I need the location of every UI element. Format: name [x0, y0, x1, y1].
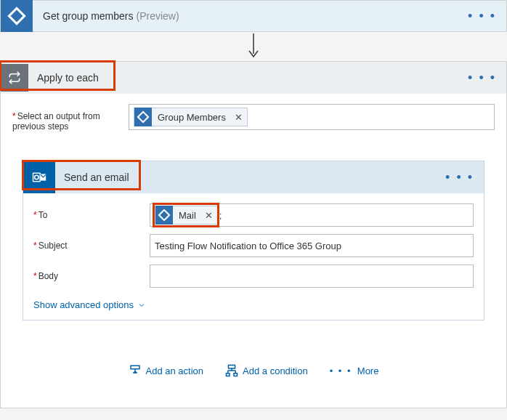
action-card-send-email: Send an email • • • *To Mail ✕: [23, 161, 484, 320]
add-condition-button[interactable]: Add a condition: [225, 364, 308, 377]
to-row: *To Mail ✕ ;: [33, 203, 474, 227]
outlook-icon: [23, 161, 55, 193]
body-row: *Body: [33, 264, 474, 288]
apply-menu-ellipsis[interactable]: • • •: [468, 70, 496, 86]
send-email-title: Send an email: [55, 171, 129, 183]
apply-to-each-container: Apply to each • • • *Select an output fr…: [0, 61, 507, 408]
token-remove-icon[interactable]: ✕: [200, 210, 217, 221]
show-advanced-options-link[interactable]: Show advanced options: [33, 299, 146, 310]
action-title: Get group members: [33, 10, 134, 22]
more-button[interactable]: • • • More: [330, 364, 379, 377]
svg-rect-5: [131, 366, 139, 369]
azure-ad-icon: [134, 108, 152, 126]
apply-to-each-header[interactable]: Apply to each • • •: [1, 62, 506, 94]
to-label: *To: [33, 210, 150, 220]
token-label: Group Members: [152, 112, 230, 123]
add-action-button[interactable]: Add an action: [129, 364, 204, 377]
footer-actions: Add an action Add a condition • • • More: [12, 320, 495, 386]
select-output-row: *Select an output from previous steps Gr…: [12, 104, 495, 132]
action-preview-badge: (Preview): [137, 10, 179, 22]
svg-rect-13: [227, 373, 230, 376]
subject-label: *Subject: [33, 241, 150, 251]
apply-to-each-body: *Select an output from previous steps Gr…: [1, 94, 506, 408]
send-email-header[interactable]: Send an email • • •: [23, 161, 484, 193]
token-remove-icon[interactable]: ✕: [230, 112, 247, 123]
action-menu-ellipsis[interactable]: • • •: [468, 9, 496, 24]
flow-arrow: [0, 32, 507, 61]
svg-rect-8: [229, 366, 235, 369]
token-mail[interactable]: Mail ✕: [155, 206, 218, 225]
token-label: Mail: [173, 210, 200, 221]
azure-ad-icon: [1, 0, 33, 32]
add-action-icon: [129, 364, 142, 377]
svg-rect-14: [234, 373, 238, 376]
loop-icon: [1, 64, 28, 92]
chevron-down-icon: [137, 301, 146, 310]
to-input[interactable]: Mail ✕ ;: [150, 203, 474, 227]
subject-input[interactable]: Testing Flow Notification to Office 365 …: [150, 234, 474, 257]
select-output-label: *Select an output from previous steps: [12, 104, 129, 132]
body-input[interactable]: [150, 264, 474, 288]
add-condition-icon: [225, 364, 238, 377]
ellipsis-icon: • • •: [330, 366, 352, 376]
apply-to-each-title: Apply to each: [28, 72, 99, 84]
token-group-members[interactable]: Group Members ✕: [134, 108, 248, 126]
action-card-get-group-members[interactable]: Get group members (Preview) • • •: [0, 0, 507, 32]
send-email-menu-ellipsis[interactable]: • • •: [445, 170, 474, 185]
send-email-body: *To Mail ✕ ; *Sub: [23, 193, 484, 320]
subject-row: *Subject Testing Flow Notification to Of…: [33, 234, 474, 257]
body-label: *Body: [33, 271, 150, 281]
azure-ad-icon: [155, 206, 173, 225]
select-output-input[interactable]: Group Members ✕: [129, 104, 495, 130]
to-delimiter: ;: [219, 210, 222, 221]
